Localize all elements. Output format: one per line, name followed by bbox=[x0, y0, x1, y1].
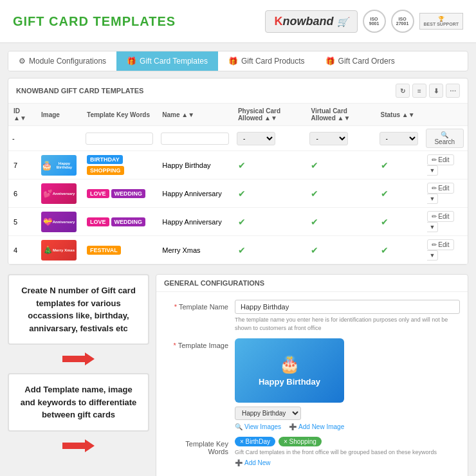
filter-keywords bbox=[82, 126, 157, 151]
template-preview: 🎂 Happy Birthday bbox=[235, 338, 344, 403]
edit-button[interactable]: ✏ Edit bbox=[427, 239, 454, 250]
table-title: KNOWBAND GIFT CARD TEMPLATES bbox=[16, 87, 143, 95]
edit-dropdown-button[interactable]: ▼ bbox=[427, 165, 439, 176]
config-panel-wrapper: GENERAL CONFIGURATIONS * Template Name T… bbox=[156, 274, 468, 476]
cell-keywords: LOVE WEDDING bbox=[82, 179, 157, 208]
cell-image: 🎂 Happy Birthday bbox=[36, 151, 82, 179]
plus-circle-icon: ➕ bbox=[235, 459, 243, 466]
config-panel-title: GENERAL CONFIGURATIONS bbox=[156, 275, 468, 292]
gift-icon: 🎁 bbox=[127, 57, 136, 66]
cell-physical: ✔ bbox=[233, 151, 306, 179]
view-images-link[interactable]: 🔍 View Images bbox=[235, 423, 281, 430]
iso-badge: ISO9001 bbox=[363, 10, 386, 33]
label-template-name: * Template Name bbox=[164, 300, 235, 311]
template-select-row: Happy Birthday bbox=[235, 407, 460, 420]
cell-id: 7 bbox=[8, 151, 36, 179]
template-thumbnail: 🎄 Merry Xmas bbox=[41, 240, 77, 261]
brand-logos: Knowband 🛒 ISO9001 ISO27001 🏆 BEST SUPPO… bbox=[265, 10, 463, 33]
check-icon: ✔ bbox=[238, 217, 246, 227]
edit-dropdown-button[interactable]: ▼ bbox=[427, 222, 439, 232]
cell-action: ✏ Edit ▼ bbox=[422, 151, 468, 179]
search-button[interactable]: 🔍 Search bbox=[426, 129, 464, 148]
add-new-image-link[interactable]: ➕ Add New Image bbox=[289, 423, 344, 430]
table-row: 7 🎂 Happy Birthday BIRTHDAY SHOPPING bbox=[8, 151, 468, 179]
info-box-2: Add Template name, image and keywords to… bbox=[8, 373, 149, 432]
cell-image: 💝 Anniversary bbox=[36, 208, 82, 236]
edit-dropdown-button[interactable]: ▼ bbox=[427, 194, 439, 204]
check-icon: ✔ bbox=[381, 188, 389, 199]
check-icon: ✔ bbox=[381, 160, 389, 170]
config-panel-body: * Template Name The template name you en… bbox=[156, 292, 468, 476]
keyword-badge: BIRTHDAY bbox=[87, 155, 123, 164]
cell-physical: ✔ bbox=[233, 208, 306, 236]
check-icon: ✔ bbox=[238, 160, 246, 170]
plus-icon: ➕ bbox=[289, 423, 297, 430]
table-header-bar: KNOWBAND GIFT CARD TEMPLATES ↻ ≡ ⬇ ⋯ bbox=[8, 78, 468, 104]
filter-row: - -YesNo -YesNo bbox=[8, 126, 468, 151]
required-marker: * bbox=[174, 342, 176, 349]
columns-button[interactable]: ≡ bbox=[412, 84, 426, 98]
tab-gift-card-templates[interactable]: 🎁 Gift Card Templates bbox=[116, 51, 218, 71]
keyword-badge: WEDDING bbox=[111, 217, 146, 226]
table-row: 6 💕 Anniversary LOVE WEDDING Happy An bbox=[8, 179, 468, 208]
arrow-indicator-2 bbox=[8, 439, 149, 452]
name-filter-input[interactable] bbox=[161, 133, 229, 145]
keyword-badge: SHOPPING bbox=[87, 166, 124, 175]
virtual-filter-select[interactable]: -YesNo bbox=[309, 132, 348, 145]
check-icon: ✔ bbox=[311, 160, 318, 170]
check-icon: ✔ bbox=[311, 217, 318, 227]
filter-physical: -YesNo bbox=[233, 126, 306, 151]
cell-id: 6 bbox=[8, 179, 36, 208]
cell-status: ✔ bbox=[376, 151, 422, 179]
edit-button[interactable]: ✏ Edit bbox=[427, 211, 454, 222]
tab-gift-card-orders[interactable]: 🎁 Gift Card Orders bbox=[315, 51, 405, 71]
table-actions: ↻ ≡ ⬇ ⋯ bbox=[396, 84, 460, 98]
table-section: KNOWBAND GIFT CARD TEMPLATES ↻ ≡ ⬇ ⋯ ID … bbox=[8, 78, 468, 265]
svg-marker-1 bbox=[62, 439, 95, 452]
cell-name: Happy Anniversary bbox=[157, 179, 233, 208]
cell-physical: ✔ bbox=[233, 236, 306, 264]
tab-module-config[interactable]: ⚙ Module Configurations bbox=[8, 51, 116, 71]
physical-filter-select[interactable]: -YesNo bbox=[237, 132, 275, 145]
status-filter-select[interactable]: -ActiveInactive bbox=[380, 132, 418, 145]
filter-search: 🔍 Search bbox=[422, 126, 468, 151]
template-image-select[interactable]: Happy Birthday bbox=[235, 407, 301, 420]
cell-id: 5 bbox=[8, 208, 36, 236]
edit-dropdown-button[interactable]: ▼ bbox=[427, 250, 439, 261]
svg-marker-0 bbox=[62, 352, 95, 365]
filter-status: -ActiveInactive bbox=[376, 126, 422, 151]
check-icon: ✔ bbox=[381, 217, 389, 227]
col-actions bbox=[422, 104, 468, 126]
keyword-filter-input[interactable] bbox=[86, 133, 153, 145]
col-id: ID ▲▼ bbox=[8, 104, 36, 126]
cell-virtual: ✔ bbox=[306, 236, 375, 264]
filter-id: - bbox=[8, 126, 36, 151]
cell-action: ✏ Edit ▼ bbox=[422, 208, 468, 236]
add-new-keyword-link[interactable]: ➕ Add New bbox=[235, 459, 460, 466]
cell-status: ✔ bbox=[376, 236, 422, 264]
tab-gift-card-products[interactable]: 🎁 Gift Card Products bbox=[218, 51, 315, 71]
required-marker: * bbox=[174, 303, 177, 311]
check-icon: ✔ bbox=[381, 245, 389, 255]
field-template-image: * Template Image 🎂 Happy Birthday Happy … bbox=[164, 338, 460, 430]
export-button[interactable]: ⬇ bbox=[429, 84, 443, 98]
more-button[interactable]: ⋯ bbox=[446, 84, 460, 98]
cake-icon: 🎂 bbox=[279, 354, 300, 374]
label-template-keywords: Template Key Words bbox=[164, 437, 235, 455]
check-icon: ✔ bbox=[238, 188, 246, 199]
col-physical: Physical Card Allowed ▲▼ bbox=[233, 104, 306, 126]
template-thumbnail: 🎂 Happy Birthday bbox=[41, 155, 77, 176]
edit-button[interactable]: ✏ Edit bbox=[427, 154, 454, 165]
main-content: ⚙ Module Configurations 🎁 Gift Card Temp… bbox=[0, 43, 476, 476]
field-template-keywords: Template Key Words × BirthDay × Shopping bbox=[164, 437, 460, 466]
control-template-keywords: × BirthDay × Shopping Gift Card template… bbox=[235, 437, 460, 466]
keyword-badge: FESTIVAL bbox=[87, 246, 121, 255]
config-panel: GENERAL CONFIGURATIONS * Template Name T… bbox=[156, 274, 468, 476]
refresh-button[interactable]: ↻ bbox=[396, 84, 410, 98]
cell-action: ✏ Edit ▼ bbox=[422, 236, 468, 264]
filter-virtual: -YesNo bbox=[306, 126, 375, 151]
cell-virtual: ✔ bbox=[306, 179, 375, 208]
edit-button[interactable]: ✏ Edit bbox=[427, 183, 454, 194]
cell-status: ✔ bbox=[376, 179, 422, 208]
template-name-input[interactable] bbox=[235, 300, 460, 314]
